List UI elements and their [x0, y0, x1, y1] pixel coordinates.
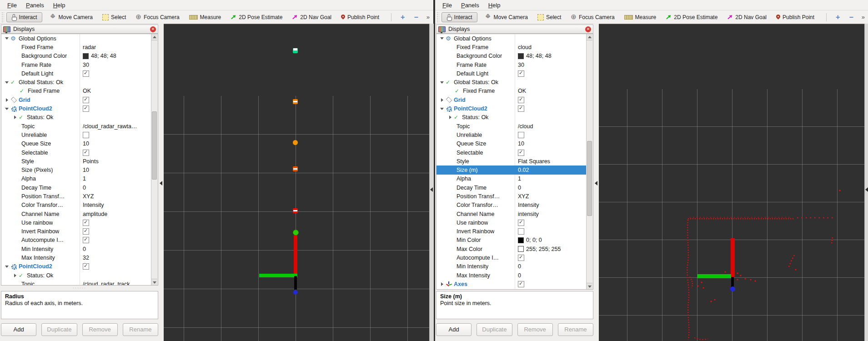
tree-row-size-m-[interactable]: Size (m)0.02: [437, 165, 593, 174]
scroll-down-icon[interactable]: [151, 279, 157, 285]
3d-viewport[interactable]: [599, 24, 864, 341]
expander-closed-icon[interactable]: [447, 115, 454, 119]
tree-row-channel-name[interactable]: Channel Nameintensity: [437, 210, 593, 218]
scroll-up-icon[interactable]: [587, 34, 592, 40]
tree-scrollbar[interactable]: [151, 34, 158, 285]
toolbar-drag-handle[interactable]: [437, 12, 439, 22]
tool-interact[interactable]: Interact: [6, 12, 42, 22]
tree-row-decay-time[interactable]: Decay Time0: [437, 183, 593, 192]
scrollbar-thumb[interactable]: [587, 141, 592, 216]
toolbar-overflow-button[interactable]: »: [858, 14, 866, 20]
tree-row-global-status-ok[interactable]: ✓Global Status: Ok: [437, 78, 593, 86]
checkbox-unchecked[interactable]: [518, 228, 524, 235]
tree-row-alpha[interactable]: Alpha1: [1, 175, 158, 183]
tree-row-unreliable[interactable]: Unreliable: [1, 130, 158, 139]
scroll-up-icon[interactable]: [151, 34, 157, 40]
checkbox-checked[interactable]: [518, 70, 524, 77]
tool-2d-pose-estimate[interactable]: 2D Pose Estimate: [663, 13, 720, 22]
tool-publish-point[interactable]: Publish Point: [339, 13, 381, 22]
tool-2d-nav-goal[interactable]: 2D Nav Goal: [290, 13, 334, 22]
tree-row-default-light[interactable]: Default Light: [437, 69, 593, 78]
tool-select[interactable]: Select: [100, 13, 128, 22]
checkbox-checked[interactable]: [83, 150, 89, 156]
tool-2d-pose-estimate[interactable]: 2D Pose Estimate: [228, 13, 285, 22]
expander-open-icon[interactable]: [438, 108, 446, 110]
expander-closed-icon[interactable]: [11, 115, 19, 119]
checkbox-checked[interactable]: [518, 150, 524, 156]
tree-row-invert-rainbow[interactable]: Invert Rainbow: [1, 227, 158, 236]
color-swatch[interactable]: [83, 53, 89, 59]
tree-row-global-options[interactable]: ⚙Global Options: [1, 34, 158, 43]
checkbox-checked[interactable]: [83, 105, 89, 112]
tree-row-topic[interactable]: Topic/cloud_radar_track: [1, 280, 158, 286]
panel-splitter-handle[interactable]: ······: [1, 286, 158, 290]
panel-viewport-splitter[interactable]: [158, 24, 164, 341]
menu-file[interactable]: File: [438, 1, 457, 10]
tree-row-axes[interactable]: Axes: [437, 280, 593, 288]
tool-publish-point[interactable]: Publish Point: [774, 13, 817, 22]
menu-help[interactable]: Help: [484, 1, 505, 10]
tree-row-use-rainbow[interactable]: Use rainbow: [1, 218, 158, 227]
expander-open-icon[interactable]: [438, 37, 446, 40]
checkbox-unchecked[interactable]: [83, 132, 89, 138]
tree-row-selectable[interactable]: Selectable: [437, 148, 593, 157]
expander-open-icon[interactable]: [3, 37, 10, 40]
tree-row-invert-rainbow[interactable]: Invert Rainbow: [437, 227, 593, 236]
tree-row-min-intensity[interactable]: Min Intensity0: [1, 245, 158, 253]
scroll-down-icon[interactable]: [587, 283, 592, 289]
tree-row-background-color[interactable]: Background Color48; 48; 48: [1, 52, 158, 60]
3d-viewport[interactable]: [164, 24, 429, 341]
tree-row-position-transf-[interactable]: Position Transf…XYZ: [1, 192, 158, 201]
tree-row-topic[interactable]: Topic/cloud_radar_rawta…: [1, 122, 158, 130]
expander-open-icon[interactable]: [3, 108, 10, 110]
tree-row-grid[interactable]: Grid: [1, 95, 158, 104]
tree-row-fixed-frame[interactable]: ✓Fixed FrameOK: [437, 87, 593, 95]
menu-panels[interactable]: Panels: [457, 1, 484, 10]
tool-interact[interactable]: Interact: [442, 12, 477, 22]
tree-row-selectable[interactable]: Selectable: [1, 148, 158, 157]
tree-row-decay-time[interactable]: Decay Time0: [1, 183, 158, 192]
tree-row-color-transfor-[interactable]: Color Transfor…Intensity: [1, 201, 158, 210]
toolbar-overflow-button[interactable]: »: [423, 14, 431, 20]
add-button[interactable]: Add: [1, 323, 36, 336]
tree-row-background-color[interactable]: Background Color48; 48; 48: [437, 52, 593, 60]
expander-open-icon[interactable]: [3, 266, 10, 268]
tree-row-fixed-frame[interactable]: Fixed Frameradar: [1, 43, 158, 51]
expander-closed-icon[interactable]: [438, 282, 446, 286]
zoom-in-button[interactable]: +: [831, 13, 844, 22]
checkbox-checked[interactable]: [518, 105, 524, 112]
menu-panels[interactable]: Panels: [21, 1, 49, 10]
tree-row-grid[interactable]: Grid: [437, 95, 593, 104]
add-button[interactable]: Add: [436, 323, 472, 336]
tree-row-frame-rate[interactable]: Frame Rate30: [437, 60, 593, 69]
panel-viewport-splitter[interactable]: [593, 24, 599, 341]
checkbox-checked[interactable]: [518, 281, 524, 287]
tree-row-status-ok[interactable]: ✓Status: Ok: [437, 113, 593, 122]
tree-row-size-pixels-[interactable]: Size (Pixels)10: [1, 165, 158, 174]
expander-closed-icon[interactable]: [11, 274, 19, 277]
tree-row-min-intensity[interactable]: Min Intensity0: [437, 262, 593, 271]
checkbox-checked[interactable]: [83, 263, 89, 270]
checkbox-unchecked[interactable]: [518, 132, 524, 138]
displays-panel-header[interactable]: Displays ✕: [1, 25, 158, 34]
tree-row-autocompute-i-[interactable]: Autocompute I…: [1, 236, 158, 245]
menu-help[interactable]: Help: [49, 1, 70, 10]
tree-row-position-transf-[interactable]: Position Transf…XYZ: [437, 192, 593, 201]
tool-measure[interactable]: Measure: [187, 13, 224, 22]
tree-row-default-light[interactable]: Default Light: [1, 69, 158, 78]
tree-row-frame-rate[interactable]: Frame Rate30: [1, 60, 158, 69]
tree-row-autocompute-i-[interactable]: Autocompute I…: [437, 253, 593, 262]
expander-open-icon[interactable]: [438, 81, 446, 84]
toolbar-drag-handle[interactable]: [2, 12, 4, 22]
tree-row-style[interactable]: StylePoints: [1, 157, 158, 165]
tree-row-queue-size[interactable]: Queue Size10: [437, 140, 593, 148]
right-panel-collapse-strip[interactable]: [864, 24, 868, 341]
tool-2d-nav-goal[interactable]: 2D Nav Goal: [725, 13, 769, 22]
tree-row-color-transfor-[interactable]: Color Transfor…Intensity: [437, 201, 593, 210]
tree-row-pointcloud2[interactable]: PointCloud2: [437, 104, 593, 113]
zoom-in-button[interactable]: +: [396, 13, 409, 22]
expander-closed-icon[interactable]: [438, 98, 446, 102]
checkbox-checked[interactable]: [83, 237, 89, 243]
expander-open-icon[interactable]: [3, 81, 10, 84]
menu-file[interactable]: File: [3, 1, 21, 10]
